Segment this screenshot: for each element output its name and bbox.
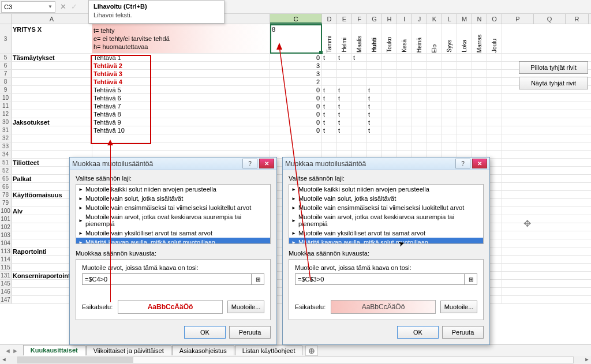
cell-mark[interactable] (397, 62, 412, 69)
row-header[interactable]: 104 (0, 239, 12, 247)
cell-mark[interactable]: t (337, 86, 352, 93)
cell-cval[interactable]: 0 (270, 94, 322, 102)
dialog-titlebar[interactable]: Muokkaa muotoilusääntöä ? ✕ (70, 157, 276, 170)
row-header[interactable]: 114 (0, 256, 12, 263)
cell-mark[interactable] (457, 78, 472, 85)
cell-mark[interactable]: t (367, 102, 382, 110)
cell-empty[interactable] (270, 134, 322, 142)
cell-mark[interactable] (322, 70, 337, 77)
month-kesa[interactable]: Kesä (397, 24, 412, 54)
cell-mark[interactable]: t (337, 94, 352, 102)
cell-mark[interactable]: t (322, 86, 337, 93)
cell-mark[interactable] (412, 62, 427, 69)
row-header[interactable]: 131 (0, 272, 12, 279)
close-icon[interactable]: ✕ (259, 159, 274, 168)
row-header[interactable]: 100 (0, 207, 12, 215)
cell-mark[interactable] (382, 86, 397, 93)
rule-type-list[interactable]: ►Muotoile kaikki solut niiden arvojen pe… (76, 184, 271, 244)
row-header[interactable]: 31 (0, 126, 12, 134)
col-header-g[interactable]: G (367, 14, 382, 24)
cell-mark[interactable] (397, 70, 412, 77)
cell-mark[interactable] (412, 118, 427, 126)
cell-mark[interactable] (487, 110, 502, 118)
cancel-button[interactable]: Peruuta (442, 326, 484, 339)
cell-empty[interactable] (457, 134, 472, 142)
format-button[interactable]: Muotoile... (440, 301, 477, 313)
cell-mark[interactable] (382, 62, 397, 69)
rule-item-selected[interactable]: ►Määritä kaavan avulla, mitkä solut muot… (76, 238, 270, 244)
cell-mark[interactable] (487, 54, 502, 61)
help-icon[interactable]: ? (455, 159, 470, 168)
sheet-tab-listan-kayttoohjeet[interactable]: Listan käyttöohjeet (235, 346, 303, 355)
cell-mark[interactable] (352, 102, 367, 110)
cell-empty[interactable] (427, 134, 442, 142)
cell-mark[interactable] (367, 78, 382, 85)
cell-mark[interactable]: t (322, 126, 337, 134)
scroll-thumb[interactable] (18, 357, 133, 363)
cell-task[interactable]: Tehtävä 4 (92, 78, 270, 85)
cell-mark[interactable] (472, 70, 487, 77)
cell-mark[interactable] (382, 102, 397, 110)
month-helmi[interactable]: Helmi (337, 24, 352, 54)
cell-mark[interactable] (487, 62, 502, 69)
cell-empty[interactable] (442, 142, 457, 150)
cell-mark[interactable]: t (322, 94, 337, 102)
cell-mark[interactable] (457, 86, 472, 93)
col-header-m[interactable]: M (457, 14, 472, 24)
cell-mark[interactable]: t (322, 110, 337, 118)
ok-button[interactable]: OK (184, 326, 226, 339)
cell-empty[interactable] (412, 134, 427, 142)
cell-mark[interactable] (427, 110, 442, 118)
cell-empty[interactable] (457, 142, 472, 150)
cell-empty[interactable] (397, 142, 412, 150)
cell-empty[interactable] (427, 142, 442, 150)
month-syys[interactable]: Syys (442, 24, 457, 54)
cell-mark[interactable] (442, 62, 457, 69)
cell-task[interactable]: Tehtävä 9 (92, 118, 270, 126)
col-header-a[interactable]: A (12, 14, 92, 24)
cell-mark[interactable] (457, 118, 472, 126)
col-header-q[interactable]: Q (534, 14, 566, 24)
range-picker-icon[interactable]: ⊞ (252, 273, 264, 285)
cell-mark[interactable] (397, 94, 412, 102)
cell-mark[interactable] (397, 126, 412, 134)
cell-empty[interactable] (367, 142, 382, 150)
cell-cval[interactable]: 3 (270, 62, 322, 69)
cell-cval[interactable]: 0 (270, 86, 322, 93)
cell-empty[interactable] (322, 134, 337, 142)
cell-section[interactable] (12, 134, 92, 142)
help-icon[interactable]: ? (242, 159, 257, 168)
cell-mark[interactable] (352, 86, 367, 93)
cell-mark[interactable] (427, 102, 442, 110)
rule-item[interactable]: ►Muotoile vain arvot, jotka ovat keskiar… (289, 212, 483, 228)
cell-empty[interactable] (337, 142, 352, 150)
rule-item[interactable]: ►Muotoile kaikki solut niiden arvojen pe… (289, 185, 483, 194)
cell-mark[interactable] (472, 62, 487, 69)
cell-mark[interactable] (337, 78, 352, 85)
row-header[interactable]: 78 (0, 191, 12, 198)
col-header-f[interactable]: F (352, 14, 367, 24)
tab-nav-icons[interactable]: ◄ ► (0, 347, 23, 354)
cell-mark[interactable] (487, 70, 502, 77)
row-header[interactable]: 9 (0, 86, 12, 93)
cell-mark[interactable] (442, 78, 457, 85)
row-header[interactable]: 66 (0, 183, 12, 190)
cell-mark[interactable]: t (337, 126, 352, 134)
dialog-titlebar[interactable]: Muokkaa muotoilusääntöä ? ✕ (283, 157, 489, 170)
cell-mark[interactable] (397, 102, 412, 110)
cell-cval[interactable]: 0 (270, 126, 322, 134)
row-header[interactable]: 3 (0, 24, 12, 53)
cell-mark[interactable] (427, 54, 442, 61)
cell-task[interactable]: Tehtävä 5 (92, 86, 270, 93)
cell-mark[interactable] (367, 54, 382, 61)
cell-c3[interactable]: 8 (270, 24, 322, 53)
range-picker-icon[interactable]: ⊞ (465, 273, 477, 285)
cell-mark[interactable] (457, 70, 472, 77)
cell-section[interactable] (12, 142, 92, 150)
cell-mark[interactable] (457, 62, 472, 69)
cell-task[interactable]: Tehtävä 1 (92, 54, 270, 61)
row-header[interactable]: 33 (0, 142, 12, 150)
cell-empty[interactable] (337, 134, 352, 142)
cell-mark[interactable] (352, 110, 367, 118)
cell-mark[interactable] (412, 86, 427, 93)
